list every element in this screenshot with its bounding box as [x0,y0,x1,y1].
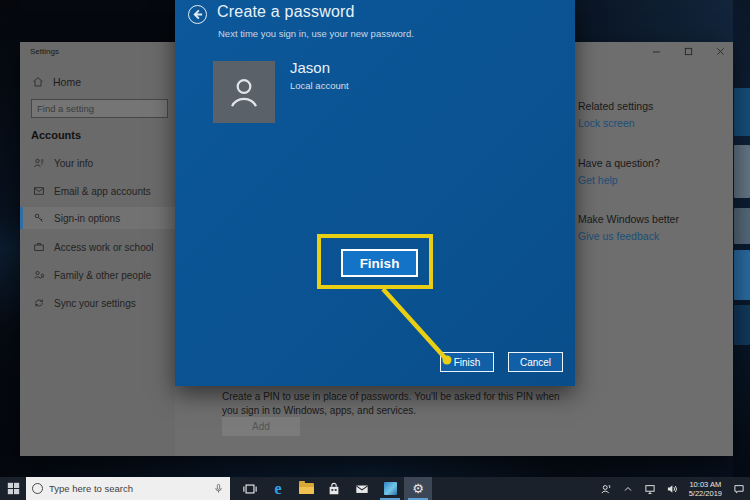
sidebar-item-label: Your info [54,158,93,169]
find-setting-box[interactable] [31,99,168,118]
show-hidden-icons-button[interactable] [617,477,639,500]
lock-screen-link[interactable]: Lock screen [578,117,635,129]
pin-description-text: Create a PIN to use in place of password… [222,390,567,418]
user-name: Jason [290,59,330,76]
sidebar-item-label: Access work or school [54,242,153,253]
close-icon[interactable] [713,44,727,58]
photos-icon [384,482,397,495]
taskbar-search-input[interactable] [49,483,207,494]
have-question-header: Have a question? [578,157,660,169]
desktop-wallpaper [575,0,750,42]
file-explorer-button[interactable] [292,477,320,500]
edge-browser-button[interactable]: e [264,477,292,500]
back-arrow-icon [192,9,203,20]
person-silhouette-icon [225,73,263,111]
wallpaper-glass-pane [734,88,750,136]
windows-logo-icon [7,482,20,495]
find-setting-input[interactable] [32,103,167,114]
minimize-icon[interactable] [649,44,663,58]
make-windows-better-header: Make Windows better [578,213,679,225]
cortana-icon [32,483,43,494]
network-icon [644,483,656,495]
edge-icon: e [274,481,281,497]
callout-finish-button-magnified: Finish [341,249,418,277]
wallpaper-glass-pane [734,208,750,244]
user-avatar [213,61,275,123]
sidebar-item-access-work-school[interactable]: Access work or school [20,236,175,258]
speaker-icon [666,483,678,495]
give-feedback-link[interactable]: Give us feedback [578,230,659,242]
chevron-up-icon [622,483,634,495]
home-icon [32,76,44,88]
sync-icon [33,297,45,309]
sidebar-item-label: Sync your settings [54,298,136,309]
cancel-button[interactable]: Cancel [508,352,563,372]
taskbar: e [0,477,750,500]
wallpaper-glass-pane [734,145,750,198]
settings-app-button[interactable]: ⚙ [404,477,432,500]
related-settings-header: Related settings [578,100,653,112]
sidebar-item-label: Family & other people [54,270,151,281]
callout-highlight-box: Finish [317,234,433,289]
sidebar-item-label: Sign-in options [54,213,120,224]
desktop: Settings Home Accounts [0,0,750,500]
people-icon [33,269,45,281]
clock-date: 5/22/2019 [689,489,722,498]
people-tray-button[interactable] [595,477,617,500]
create-password-dialog: Create a password Next time you sign in,… [175,0,575,386]
taskbar-clock[interactable]: 10:03 AM 5/22/2019 [683,480,728,498]
task-view-icon [243,482,257,496]
add-pin-button[interactable]: Add [222,417,300,436]
action-center-icon [733,483,745,495]
desktop-wallpaper [0,0,20,477]
sidebar-item-sync-settings[interactable]: Sync your settings [20,292,175,314]
finish-button[interactable]: Finish [440,352,494,372]
wallpaper-glass-pane [734,250,750,300]
volume-tray-button[interactable] [661,477,683,500]
user-account-type: Local account [290,80,349,91]
taskbar-search-box[interactable] [26,477,230,500]
action-center-button[interactable] [728,477,750,500]
sidebar-item-label: Email & app accounts [54,186,151,197]
store-bag-icon [327,482,341,496]
maximize-icon[interactable] [681,44,695,58]
selected-item-accent-bar [20,207,23,229]
key-icon [33,212,45,224]
mail-icon [355,482,369,496]
back-button[interactable] [188,5,207,24]
sidebar-item-sign-in-options[interactable]: Sign-in options [20,207,175,229]
microsoft-store-button[interactable] [320,477,348,500]
wallpaper-glass-pane [734,305,750,345]
briefcase-icon [33,241,45,253]
sidebar-item-family-other-people[interactable]: Family & other people [20,264,175,286]
clock-time: 10:03 AM [689,480,721,489]
microphone-icon[interactable] [213,480,224,498]
mail-app-button[interactable] [348,477,376,500]
gear-icon: ⚙ [412,482,424,495]
photos-app-button[interactable] [376,477,404,500]
task-view-button[interactable] [236,477,264,500]
desktop-wallpaper [0,456,750,477]
sidebar-item-your-info[interactable]: Your info [20,152,175,174]
envelope-icon [33,185,45,197]
section-header: Accounts [31,129,81,141]
sidebar-item-email-accounts[interactable]: Email & app accounts [20,180,175,202]
sidebar-item-label: Home [53,76,81,88]
dialog-title: Create a password [217,3,355,21]
folder-icon [299,483,314,494]
network-tray-button[interactable] [639,477,661,500]
dialog-subtitle: Next time you sign in, use your new pass… [218,28,414,39]
start-button[interactable] [0,477,26,500]
get-help-link[interactable]: Get help [578,174,618,186]
person-icon [33,157,45,169]
people-tray-icon [600,483,612,495]
sidebar-item-home[interactable]: Home [32,76,81,88]
